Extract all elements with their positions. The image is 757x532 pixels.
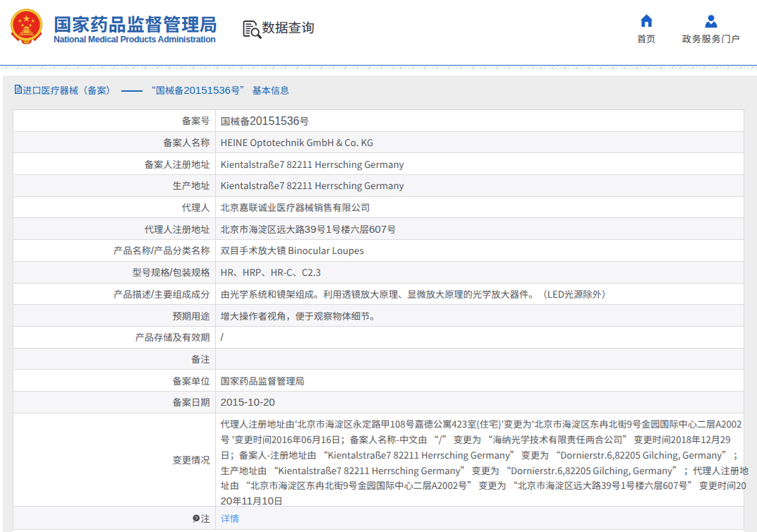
svg-text:?: ? [195,515,198,521]
